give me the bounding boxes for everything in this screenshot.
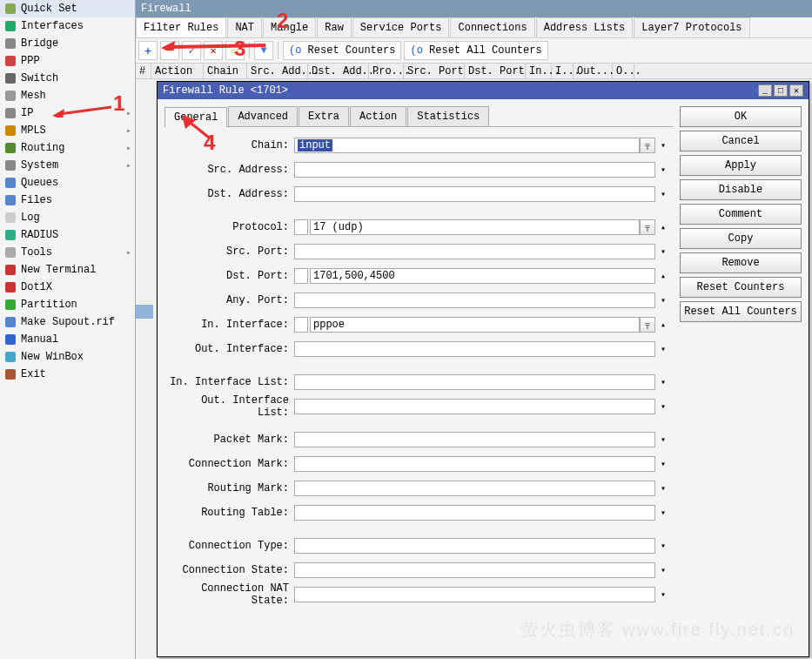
field-connectionmark[interactable]	[294, 456, 655, 472]
dropdown-protocol[interactable]: ╤	[640, 219, 655, 235]
col-header[interactable]: Src. Add...	[247, 64, 308, 78]
reset-all-counters-button[interactable]: Reset All Counters	[680, 301, 802, 322]
field-srcport[interactable]	[294, 244, 655, 259]
comment-button[interactable]: ▭	[225, 41, 245, 60]
col-header[interactable]: Dst. Add...	[308, 64, 369, 78]
col-header[interactable]: In...	[526, 64, 552, 78]
add-button[interactable]: ＋	[138, 41, 158, 60]
sidebar-item-new-winbox[interactable]: New WinBox	[0, 348, 135, 366]
expand-ininterface[interactable]: ▴	[657, 317, 669, 333]
col-header[interactable]: O...	[613, 64, 634, 78]
disable-button[interactable]: Disable	[680, 179, 802, 200]
dropdown-ininterface[interactable]: ╤	[640, 317, 655, 333]
sidebar-item-new-terminal[interactable]: New Terminal	[0, 261, 135, 279]
expand-chain[interactable]: ▾	[657, 138, 669, 153]
field-ininterfacelist[interactable]	[294, 374, 655, 390]
field-chain[interactable]: input	[294, 138, 640, 153]
sidebar-item-bridge[interactable]: Bridge	[0, 35, 135, 52]
col-header[interactable]: Dst. Port	[465, 64, 526, 78]
reset-all-counters-button[interactable]: (o Reset All Counters	[404, 41, 547, 60]
expand-routingmark[interactable]: ▾	[657, 481, 669, 496]
dialog-tab-general[interactable]: General	[164, 107, 227, 127]
col-header[interactable]: Action	[151, 64, 204, 78]
dialog-titlebar[interactable]: Firewall Rule <1701> _ □ ✕	[158, 82, 809, 99]
comment-button[interactable]: Comment	[680, 204, 802, 225]
field-dstaddress[interactable]	[294, 186, 655, 202]
negate-ininterface[interactable]	[294, 317, 308, 333]
sidebar-item-exit[interactable]: Exit	[0, 366, 135, 383]
field-ininterface[interactable]	[310, 317, 640, 333]
expand-ininterfacelist[interactable]: ▾	[657, 374, 669, 390]
copy-button[interactable]: Copy	[680, 228, 802, 249]
sidebar-item-system[interactable]: System▸	[0, 157, 135, 174]
dialog-tab-statistics[interactable]: Statistics	[407, 106, 489, 126]
expand-connectionnatstate[interactable]: ▾	[657, 587, 669, 602]
expand-routingtable[interactable]: ▾	[657, 505, 669, 521]
sidebar-item-mpls[interactable]: MPLS▸	[0, 122, 135, 139]
sidebar-item-quick-set[interactable]: Quick Set	[0, 0, 135, 17]
dropdown-chain[interactable]: ╤	[640, 138, 655, 153]
col-header[interactable]: Src. Port	[404, 64, 465, 78]
sidebar-item-ppp[interactable]: PPP	[0, 52, 135, 70]
field-outinterfacelist[interactable]	[294, 399, 655, 414]
tab-filter-rules[interactable]: Filter Rules	[136, 17, 226, 37]
expand-packetmark[interactable]: ▾	[657, 432, 669, 447]
expand-srcport[interactable]: ▾	[657, 244, 669, 259]
expand-connectionmark[interactable]: ▾	[657, 456, 669, 472]
disable-button[interactable]: ✕	[204, 41, 223, 60]
expand-connectionstate[interactable]: ▾	[657, 562, 669, 578]
sidebar-item-make-supout-rif[interactable]: Make Supout.rif	[0, 313, 135, 331]
expand-outinterfacelist[interactable]: ▾	[657, 399, 669, 414]
expand-dstport[interactable]: ▴	[657, 268, 669, 284]
sidebar-item-mesh[interactable]: Mesh	[0, 87, 135, 104]
col-header[interactable]: Chain	[204, 64, 247, 78]
dialog-tab-extra[interactable]: Extra	[299, 106, 349, 126]
negate-protocol[interactable]	[294, 219, 308, 235]
sidebar-item-switch[interactable]: Switch	[0, 70, 135, 87]
col-header[interactable]: Pro...	[369, 64, 404, 78]
filter-button[interactable]: ▼	[254, 41, 273, 60]
dialog-tab-advanced[interactable]: Advanced	[228, 106, 298, 126]
field-anyport[interactable]	[294, 293, 655, 308]
negate-dstport[interactable]	[294, 268, 308, 284]
sidebar-item-partition[interactable]: Partition	[0, 296, 135, 313]
expand-connectiontype[interactable]: ▾	[657, 538, 669, 554]
reset-counters-button[interactable]: Reset Counters	[680, 277, 802, 298]
sidebar-item-radius[interactable]: RADIUS	[0, 226, 135, 244]
field-protocol[interactable]	[310, 219, 640, 235]
field-srcaddress[interactable]	[294, 162, 655, 178]
cancel-button[interactable]: Cancel	[680, 131, 802, 151]
enable-button[interactable]: ✓	[182, 41, 201, 60]
col-header[interactable]: I...	[552, 64, 574, 78]
tab-connections[interactable]: Connections	[450, 17, 534, 37]
close-button[interactable]: ✕	[789, 84, 803, 97]
tab-layer7-protocols[interactable]: Layer7 Protocols	[634, 17, 749, 37]
field-routingtable[interactable]	[294, 505, 655, 521]
field-dstport[interactable]	[310, 268, 655, 284]
field-routingmark[interactable]	[294, 481, 655, 496]
dialog-tab-action[interactable]: Action	[350, 106, 406, 126]
minimize-button[interactable]: _	[758, 84, 772, 97]
expand-protocol[interactable]: ▴	[657, 219, 669, 235]
sidebar-item-ip[interactable]: IP▸	[0, 104, 135, 122]
sidebar-item-interfaces[interactable]: Interfaces	[0, 17, 135, 35]
field-packetmark[interactable]	[294, 432, 655, 447]
field-outinterface[interactable]	[294, 341, 655, 357]
expand-srcaddress[interactable]: ▾	[657, 162, 669, 178]
tab-service-ports[interactable]: Service Ports	[352, 17, 450, 37]
expand-outinterface[interactable]: ▾	[657, 341, 669, 357]
col-header[interactable]: #	[136, 64, 151, 78]
tab-nat[interactable]: NAT	[227, 17, 262, 37]
remove-button[interactable]: Remove	[680, 252, 802, 273]
sidebar-item-manual[interactable]: Manual	[0, 331, 135, 348]
sidebar-item-files[interactable]: Files	[0, 192, 135, 209]
apply-button[interactable]: Apply	[680, 155, 802, 176]
expand-anyport[interactable]: ▾	[657, 293, 669, 308]
sidebar-item-routing[interactable]: Routing▸	[0, 139, 135, 157]
expand-dstaddress[interactable]: ▾	[657, 186, 669, 202]
tab-mangle[interactable]: Mangle	[263, 17, 316, 37]
sidebar-item-dot1x[interactable]: Dot1X	[0, 279, 135, 296]
sidebar-item-queues[interactable]: Queues	[0, 174, 135, 192]
field-connectionstate[interactable]	[294, 562, 655, 578]
col-header[interactable]: Out...	[574, 64, 613, 78]
